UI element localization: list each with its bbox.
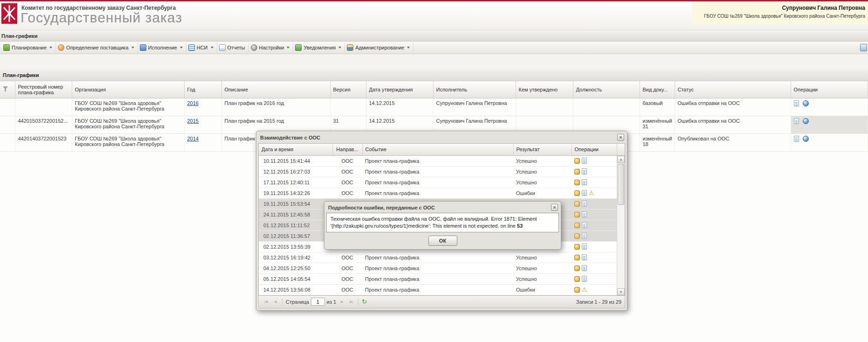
view-icon[interactable] — [574, 276, 580, 282]
column-header[interactable]: Исполнитель — [433, 81, 516, 98]
oos-event-row[interactable]: 05.12.2015 14:05:54 ООС Проект плана-гра… — [259, 273, 617, 284]
document-icon[interactable] — [582, 201, 587, 207]
event-datetime: 03.12.2015 16:19:42 — [263, 255, 310, 260]
view-icon[interactable] — [574, 233, 580, 239]
column-header[interactable]: Событие — [362, 144, 513, 155]
view-icon[interactable] — [574, 287, 580, 293]
oos-event-row[interactable]: 19.11.2015 14:32:26 ООС Проект плана-гра… — [259, 188, 617, 198]
first-page-icon[interactable]: |◀ — [262, 298, 269, 306]
column-header[interactable]: Операции — [572, 144, 617, 155]
event-direction: ООС — [341, 265, 353, 271]
view-icon[interactable] — [574, 223, 580, 228]
document-icon[interactable] — [582, 254, 587, 260]
document-icon[interactable] — [582, 168, 587, 174]
next-page-icon[interactable]: ▶ — [338, 298, 345, 306]
view-icon[interactable] — [574, 255, 580, 260]
menu-item-planning[interactable]: Планирование — [1, 42, 56, 53]
scrollbar-thumb[interactable] — [618, 164, 624, 205]
filter-column-header[interactable] — [0, 81, 15, 98]
version: 31 — [333, 118, 339, 124]
column-header[interactable]: Описание — [221, 81, 330, 98]
document-icon[interactable] — [582, 211, 587, 217]
user-info-box[interactable]: Супрунович Галина Петровна ГБОУ СОШ №269… — [692, 1, 868, 24]
event-operations — [572, 273, 617, 284]
document-icon[interactable] — [582, 222, 587, 228]
view-icon[interactable] — [574, 158, 580, 164]
column-header[interactable]: Направ... — [332, 144, 362, 155]
column-header[interactable]: Статус — [675, 81, 791, 98]
menu-item-admin[interactable]: Администрирование — [345, 42, 413, 53]
column-header[interactable]: Дата утверждения — [366, 81, 433, 98]
menu-item-reports[interactable]: Отчеты — [217, 42, 249, 53]
vertical-scrollbar[interactable]: ▲ ▼ — [617, 156, 625, 295]
year-link[interactable]: 2014 — [187, 136, 199, 141]
view-icon[interactable] — [574, 201, 580, 207]
oos-event-row[interactable]: 14.12.2015 13:56:08 ООС Проект плана-гра… — [259, 284, 617, 295]
oos-dialog-titlebar[interactable]: Взаимодействие с ООС × — [258, 133, 625, 143]
document-icon[interactable] — [794, 100, 799, 106]
view-icon[interactable] — [574, 244, 580, 250]
column-header[interactable]: Вид доку... — [640, 81, 675, 98]
column-header[interactable]: Дата и время — [259, 144, 332, 155]
column-header[interactable]: Организация — [72, 81, 184, 98]
column-header[interactable]: Операции — [791, 81, 868, 98]
event-datetime: 02.12.2015 13:55:39 — [263, 244, 310, 250]
event-result: Успешно — [516, 169, 537, 174]
document-icon[interactable] — [794, 118, 799, 124]
document-icon[interactable] — [794, 136, 799, 142]
warning-icon[interactable]: ⚠ — [589, 190, 594, 196]
event-direction: ООС — [341, 287, 353, 293]
menu-item-nsi[interactable]: НСИ — [186, 42, 217, 53]
oos-event-row[interactable]: 03.12.2015 16:19:42 ООС Проект плана-гра… — [259, 252, 617, 263]
column-header[interactable]: Результат — [513, 144, 572, 155]
oos-event-row[interactable]: 04.12.2015 12:25:50 ООС Проект плана-гра… — [259, 263, 617, 273]
refresh-icon[interactable]: ↻ — [362, 298, 367, 306]
column-header[interactable]: Кем утверждено — [516, 81, 573, 98]
window-icon[interactable] — [860, 44, 867, 51]
oos-header-row: Дата и времяНаправ...СобытиеРезультатОпе… — [259, 144, 617, 155]
column-header[interactable]: Версия — [330, 81, 366, 98]
settings-icon — [251, 44, 257, 51]
menu-item-notifications[interactable]: Уведомления — [293, 42, 345, 53]
globe-icon[interactable] — [803, 136, 809, 142]
column-header[interactable]: Реестровый номер плана-графика — [15, 81, 72, 98]
menu-item-supplier[interactable]: Определение поставщика — [56, 42, 138, 53]
menu-item-settings[interactable]: Настройки — [249, 42, 294, 53]
oos-event-row[interactable]: 10.11.2015 15:41:44 ООС Проект плана-гра… — [259, 155, 617, 166]
panel-title-bar: План-графики — [0, 69, 868, 81]
year-link[interactable]: 2016 — [187, 100, 199, 106]
ok-button[interactable]: ОК — [428, 236, 457, 246]
view-icon[interactable] — [574, 190, 580, 196]
document-icon[interactable] — [582, 179, 587, 185]
document-icon[interactable] — [582, 158, 587, 164]
globe-icon[interactable] — [803, 118, 809, 124]
oos-event-row[interactable]: 17.11.2015 12:40:11 ООС Проект плана-гра… — [259, 177, 617, 188]
warning-icon[interactable]: ⚠ — [582, 286, 587, 293]
view-icon[interactable] — [574, 265, 580, 271]
document-icon[interactable] — [582, 190, 587, 196]
column-header[interactable]: Год — [184, 81, 221, 98]
page-input[interactable] — [311, 298, 325, 306]
scroll-up-icon[interactable]: ▲ — [617, 156, 625, 163]
close-icon[interactable]: × — [617, 134, 624, 141]
document-icon[interactable] — [582, 276, 587, 282]
close-icon[interactable]: × — [551, 204, 558, 211]
globe-icon[interactable] — [803, 100, 809, 106]
prev-page-icon[interactable]: ◀ — [271, 298, 279, 306]
menu-item-execution[interactable]: Исполнение — [138, 42, 186, 53]
event-result: Успешно — [516, 276, 537, 282]
filter-icon[interactable] — [3, 86, 8, 91]
view-icon[interactable] — [574, 169, 580, 174]
oos-event-row[interactable]: 12.11.2015 16:27:03 ООС Проект плана-гра… — [259, 166, 617, 177]
plan-row[interactable]: ГБОУ СОШ №269 "Школа здоровья" Кировског… — [0, 98, 868, 116]
view-icon[interactable] — [574, 212, 580, 217]
view-icon[interactable] — [574, 180, 580, 185]
document-icon[interactable] — [582, 265, 587, 271]
error-dialog-titlebar[interactable]: Подробности ошибки, переданные с ООС × — [326, 203, 559, 213]
column-header[interactable]: Должность — [573, 81, 640, 98]
scroll-down-icon[interactable]: ▼ — [617, 288, 625, 295]
last-page-icon[interactable]: ▶| — [347, 298, 355, 306]
document-icon[interactable] — [582, 244, 587, 250]
document-icon[interactable] — [582, 233, 587, 239]
year-link[interactable]: 2015 — [187, 118, 199, 124]
